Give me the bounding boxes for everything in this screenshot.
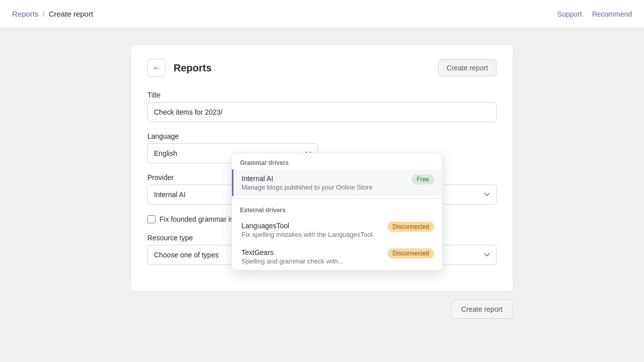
- dropdown-divider: [232, 198, 442, 199]
- languages-tool-name: LanguagesTool: [242, 222, 381, 230]
- auto-fix-checkbox[interactable]: [147, 215, 155, 223]
- textgears-badge: Disconnected: [387, 248, 434, 258]
- breadcrumb-current: Create report: [49, 10, 93, 18]
- provider-dropdown[interactable]: Grammar drivers Internal AI Manage blogs…: [231, 153, 443, 270]
- support-link[interactable]: Support: [557, 10, 582, 18]
- create-report-bottom-button[interactable]: Create report: [451, 300, 513, 319]
- card-title-area: ← Reports: [147, 59, 212, 77]
- dropdown-scrollable[interactable]: Grammar drivers Internal AI Manage blogs…: [232, 153, 442, 270]
- main-area: ← Reports Create report Title Language E…: [0, 28, 644, 335]
- languages-tool-desc: Fix spelling mistakes with the Languages…: [242, 231, 381, 238]
- back-button[interactable]: ←: [147, 59, 166, 77]
- internal-ai-name: Internal AI: [242, 174, 406, 183]
- internal-ai-badge: Free: [412, 174, 434, 185]
- title-input[interactable]: [147, 102, 497, 122]
- internal-ai-desc: Manage blogs published to your Online St…: [242, 184, 406, 191]
- languages-tool-option[interactable]: LanguagesTool Fix spelling mistakes with…: [232, 217, 442, 243]
- textgears-name: TextGears: [242, 248, 381, 256]
- breadcrumb-reports-link[interactable]: Reports: [12, 10, 39, 18]
- grammar-section-title: Grammar drivers: [232, 153, 442, 169]
- title-form-group: Title: [147, 91, 497, 122]
- language-label: Language: [147, 132, 318, 140]
- languages-tool-badge: Disconnected: [387, 222, 434, 232]
- card-header: ← Reports Create report: [147, 59, 497, 77]
- title-label: Title: [147, 91, 497, 99]
- external-section-title: External drivers: [232, 201, 442, 217]
- create-report-top-button[interactable]: Create report: [438, 59, 497, 76]
- breadcrumb-separator: /: [43, 10, 45, 18]
- nav-links: Support Recommend: [557, 10, 632, 18]
- textgears-option[interactable]: TextGears Spelling and grammar check wit…: [232, 243, 442, 270]
- recommend-link[interactable]: Recommend: [592, 10, 632, 18]
- internal-ai-option[interactable]: Internal AI Manage blogs published to yo…: [232, 169, 442, 196]
- internal-ai-content: Internal AI Manage blogs published to yo…: [242, 174, 406, 191]
- languages-tool-content: LanguagesTool Fix spelling mistakes with…: [242, 222, 381, 238]
- textgears-desc: Spelling and grammar check with...: [242, 257, 381, 265]
- card-title: Reports: [174, 62, 212, 74]
- bottom-bar: Create report: [131, 300, 513, 319]
- textgears-content: TextGears Spelling and grammar check wit…: [242, 248, 381, 265]
- top-nav: Reports / Create report Support Recommen…: [0, 0, 644, 28]
- breadcrumb: Reports / Create report: [12, 10, 93, 18]
